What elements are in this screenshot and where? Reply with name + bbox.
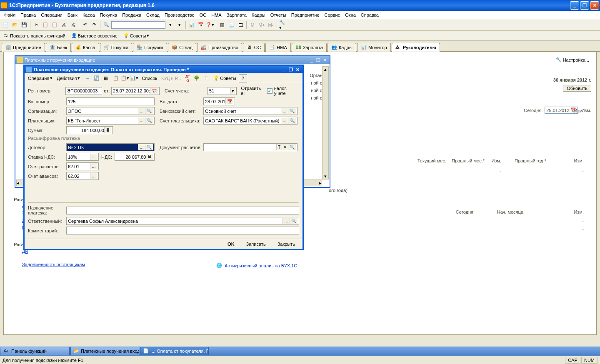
link-debt[interactable]: Задолженность поставщикам bbox=[22, 262, 85, 267]
reg-number-input[interactable] bbox=[65, 87, 102, 95]
search-icon[interactable]: 🔍 bbox=[290, 218, 298, 224]
dialog-titlebar[interactable]: Платежное поручение входящее: Оплата от … bbox=[25, 66, 302, 73]
doc-calc-input[interactable]: T✕🔍 bbox=[203, 143, 298, 151]
print-icon[interactable]: 🖨 bbox=[60, 21, 68, 29]
ok-button[interactable]: OK bbox=[223, 241, 239, 247]
in-date-input[interactable]: 📅 bbox=[203, 97, 235, 105]
acct-calc-input[interactable]: … bbox=[66, 162, 99, 170]
print-preview-icon[interactable]: 🖨 bbox=[69, 21, 77, 29]
help-dd-icon[interactable]: ❓▾ bbox=[206, 21, 214, 29]
ellipsis-icon[interactable]: … bbox=[281, 117, 288, 124]
in-number-input[interactable] bbox=[66, 97, 155, 105]
find-icon[interactable]: 🔍 bbox=[102, 21, 110, 29]
ellipsis-icon[interactable]: … bbox=[90, 154, 97, 160]
tab-production[interactable]: 🏭Производство bbox=[197, 43, 242, 52]
menu-purchase[interactable]: Покупка bbox=[98, 12, 120, 18]
resp-input[interactable]: …🔍 bbox=[66, 217, 299, 225]
tab-company[interactable]: 🏢Предприятие bbox=[2, 43, 45, 52]
sum-input[interactable]: 🖩 bbox=[66, 126, 113, 134]
dlg-close-button[interactable]: ✕ bbox=[294, 67, 301, 72]
nav-back-icon[interactable]: ← bbox=[83, 74, 92, 82]
payer-acct-input[interactable]: …🔍 bbox=[203, 117, 298, 125]
bg-close-button[interactable]: ✕ bbox=[322, 57, 328, 63]
clear-icon[interactable]: ✕ bbox=[282, 144, 288, 150]
search-icon[interactable]: 🔍 bbox=[288, 144, 296, 150]
menu-warehouse[interactable]: Склад bbox=[144, 12, 162, 18]
nav-icon[interactable]: ▾ bbox=[166, 21, 175, 29]
minimize-button[interactable]: _ bbox=[570, 1, 579, 10]
close-button[interactable]: ✕ bbox=[590, 1, 599, 10]
nav2-icon[interactable]: ▾ bbox=[175, 21, 184, 29]
calendar-icon[interactable]: 📅 bbox=[225, 98, 233, 105]
list-button[interactable]: Список bbox=[140, 75, 159, 81]
help-icon[interactable]: ? bbox=[239, 74, 247, 82]
vat-input[interactable]: 🖩 bbox=[115, 153, 155, 161]
tab-purchase[interactable]: 🛒Покупка bbox=[100, 43, 132, 52]
undo-icon[interactable]: ↶ bbox=[81, 21, 89, 29]
wintab-list[interactable]: 📂Платежные поручения вход... bbox=[70, 347, 139, 355]
post-icon[interactable]: 📋 bbox=[112, 74, 120, 82]
tab-staff[interactable]: 👥Кадры bbox=[328, 43, 356, 52]
search-icon[interactable]: 🔍 bbox=[145, 117, 153, 124]
menu-windows[interactable]: Окна bbox=[342, 12, 358, 18]
bg-minimize-button[interactable]: _ bbox=[309, 57, 315, 63]
open-icon[interactable]: 📂 bbox=[11, 21, 19, 29]
search-icon[interactable]: 🔍 bbox=[145, 108, 153, 114]
chevron-down-icon[interactable]: ▾ bbox=[230, 88, 235, 94]
link-crisis[interactable]: Антикризисный анализ на БУХ.1С bbox=[225, 263, 297, 268]
ellipsis-icon[interactable]: … bbox=[281, 108, 288, 114]
tab-monitor[interactable]: 📊Монитор bbox=[357, 43, 391, 52]
t-icon[interactable]: T bbox=[276, 144, 282, 150]
calendar-icon[interactable]: 📅 bbox=[150, 88, 158, 94]
bg-window-titlebar[interactable]: Платежные поручения входящие _ ❐ ✕ bbox=[15, 56, 330, 64]
account-select[interactable]: ▾ bbox=[208, 87, 237, 95]
dlg-tips-button[interactable]: 💡Советы bbox=[212, 75, 238, 81]
contract-input[interactable]: …🔍 bbox=[66, 143, 155, 151]
menu-sale[interactable]: Продажа bbox=[120, 12, 144, 18]
tab-cash[interactable]: 💰Касса bbox=[72, 43, 99, 52]
m-minus-icon[interactable]: M- bbox=[267, 21, 275, 29]
search-combo[interactable] bbox=[111, 21, 165, 29]
menu-service[interactable]: Сервис bbox=[322, 12, 343, 18]
paste-icon[interactable]: 📋 bbox=[50, 21, 59, 29]
menu-nma[interactable]: НМА bbox=[209, 12, 224, 18]
search-icon[interactable]: 🔍 bbox=[288, 108, 296, 114]
bank-acct-input[interactable]: …🔍 bbox=[203, 107, 298, 115]
settings-button[interactable]: 🔧Настройка... bbox=[554, 56, 591, 63]
quick-start-button[interactable]: 👤Быстрое освоение bbox=[70, 32, 119, 39]
dlg-maximize-button[interactable]: ❐ bbox=[288, 67, 294, 72]
m-plus-icon[interactable]: M+ bbox=[258, 21, 266, 29]
bg-maximize-button[interactable]: ❐ bbox=[315, 57, 321, 63]
vat-rate-input[interactable]: … bbox=[66, 153, 99, 161]
cut-icon[interactable]: ✂ bbox=[32, 21, 40, 29]
bg-scrollbar-v[interactable]: ▴ ▾ bbox=[322, 66, 329, 180]
ellipsis-icon[interactable]: … bbox=[90, 173, 97, 179]
kud-button[interactable]: КУД и Р... bbox=[160, 75, 182, 81]
menu-bank[interactable]: Банк bbox=[65, 12, 80, 18]
menu-staff[interactable]: Кадры bbox=[249, 12, 268, 18]
save-button[interactable]: Записать bbox=[242, 241, 270, 247]
copy-icon[interactable]: 📋 bbox=[41, 21, 50, 29]
save-icon[interactable]: 💾 bbox=[20, 21, 28, 29]
ellipsis-icon[interactable]: … bbox=[138, 117, 145, 124]
grid-icon[interactable]: ▦ bbox=[102, 74, 110, 82]
actions-dropdown[interactable]: Действия▾ bbox=[55, 75, 82, 81]
calendar-icon[interactable]: 📅 bbox=[197, 21, 205, 29]
reg-date-input[interactable]: 📅 bbox=[111, 87, 160, 95]
today-date-input[interactable]: 29.01.2012📅 bbox=[545, 107, 578, 114]
tab-warehouse[interactable]: 📦Склад bbox=[168, 43, 196, 52]
maximize-button[interactable]: ❐ bbox=[580, 1, 589, 10]
doc-icon[interactable]: 📃 bbox=[227, 21, 235, 29]
report-icon[interactable]: 📊▾ bbox=[130, 74, 138, 82]
calc-icon[interactable]: 📊 bbox=[188, 21, 196, 29]
tab-os[interactable]: 🖥ОС bbox=[243, 43, 265, 52]
menu-help[interactable]: Справка bbox=[358, 12, 381, 18]
ellipsis-icon[interactable]: … bbox=[282, 218, 290, 224]
menu-operations[interactable]: Операции bbox=[38, 12, 65, 18]
purpose-input[interactable] bbox=[66, 207, 299, 214]
org-input[interactable]: …🔍 bbox=[66, 107, 155, 115]
dt-kt-icon[interactable]: ДтКт bbox=[183, 74, 192, 82]
menu-edit[interactable]: Правка bbox=[18, 12, 38, 18]
panel-functions-button[interactable]: 🗂Показать панель функций bbox=[2, 32, 67, 39]
grid-icon[interactable]: ▦ bbox=[218, 21, 226, 29]
